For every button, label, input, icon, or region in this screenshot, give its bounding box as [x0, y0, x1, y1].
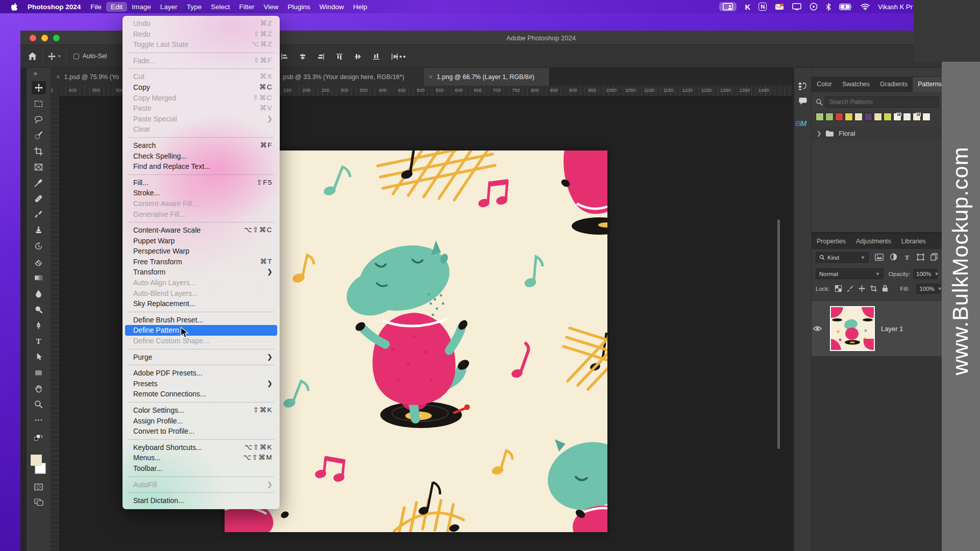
- menu-item-define-pattern[interactable]: Define Pattern...: [125, 325, 277, 336]
- comment-panel-icon[interactable]: [798, 97, 807, 107]
- apple-menu-icon[interactable]: [11, 3, 18, 11]
- menubar-menu-layer[interactable]: Layer: [156, 2, 182, 12]
- align-horizontal-centers-icon[interactable]: [299, 53, 306, 60]
- lasso-tool-icon[interactable]: [32, 113, 46, 126]
- fill-dropdown[interactable]: 100% ▼: [916, 284, 941, 294]
- panel-tab-properties[interactable]: Properties: [812, 234, 851, 249]
- align-left-edges-icon[interactable]: [281, 53, 288, 60]
- menu-item-find-and-replace-text[interactable]: Find and Replace Text...: [122, 161, 280, 172]
- move-tool-icon[interactable]: [32, 81, 46, 94]
- menu-item-convert-to-profile[interactable]: Convert to Profile...: [122, 426, 280, 437]
- pattern-swatch-5[interactable]: [854, 113, 863, 121]
- layer-filter-kind-dropdown[interactable]: Kind ▼: [816, 252, 869, 263]
- type-tool-icon[interactable]: T: [32, 334, 46, 347]
- spot-healing-brush-tool-icon[interactable]: [32, 192, 46, 205]
- menubar-menu-help[interactable]: Help: [349, 2, 372, 12]
- pattern-folder-row[interactable]: ❯ Floral: [812, 127, 942, 140]
- menu-item-free-transform[interactable]: Free Transform⌘T: [122, 257, 280, 267]
- menubar-menu-image[interactable]: Image: [127, 2, 156, 12]
- pixel-layer-filter-icon[interactable]: [875, 254, 884, 262]
- menu-item-puppet-warp[interactable]: Puppet Warp: [122, 236, 280, 246]
- menubar-menu-window[interactable]: Window: [315, 2, 349, 12]
- menu-item-assign-profile[interactable]: Assign Profile...: [122, 416, 280, 427]
- auto-select-checkbox[interactable]: [74, 54, 79, 59]
- pattern-swatch-11[interactable]: 16: [913, 113, 921, 121]
- rectangular-marquee-tool-icon[interactable]: [32, 97, 46, 110]
- document-tab-3[interactable]: ×1.png @ 66.7% (Layer 1, RGB/8#): [424, 68, 550, 86]
- pattern-swatch-2[interactable]: [825, 113, 834, 121]
- menu-item-check-spelling[interactable]: Check Spelling...: [122, 151, 280, 162]
- type-layer-filter-icon[interactable]: T: [903, 254, 911, 262]
- pen-tool-icon[interactable]: [32, 318, 46, 332]
- toolbox-collapse-icon[interactable]: »: [34, 70, 38, 77]
- menu-item-adobe-pdf-presets[interactable]: Adobe PDF Presets...: [122, 368, 280, 379]
- canvas-vertical-scrollbar[interactable]: [777, 219, 780, 449]
- chevron-down-icon[interactable]: ▾: [58, 54, 61, 59]
- options-more-icon[interactable]: •••: [396, 45, 407, 68]
- frame-tool-icon[interactable]: [32, 160, 46, 173]
- minimize-window-button[interactable]: [41, 35, 48, 41]
- smart-object-filter-icon[interactable]: [930, 253, 938, 262]
- menu-item-stroke[interactable]: Stroke...: [122, 188, 280, 198]
- lock-artboard-icon[interactable]: [870, 285, 877, 293]
- blur-tool-icon[interactable]: [32, 287, 46, 300]
- pattern-swatch-3[interactable]: [835, 113, 843, 121]
- menu-item-purge[interactable]: Purge❯: [122, 352, 280, 363]
- path-selection-tool-icon[interactable]: [32, 350, 46, 363]
- layer-visibility-eye-icon[interactable]: [812, 325, 823, 332]
- edit-toolbar-ellipsis-icon[interactable]: [32, 413, 46, 427]
- menubar-menu-type[interactable]: Type: [182, 2, 206, 12]
- home-icon[interactable]: [28, 52, 37, 61]
- quick-selection-tool-icon[interactable]: [32, 129, 46, 142]
- lock-position-icon[interactable]: [859, 285, 865, 293]
- menu-item-define-brush-preset[interactable]: Define Brush Preset...: [122, 315, 280, 325]
- menu-item-presets[interactable]: Presets❯: [122, 379, 280, 389]
- pattern-swatch-10[interactable]: [903, 113, 911, 121]
- menu-item-keyboard-shortcuts[interactable]: Keyboard Shortcuts...⌥⇧⌘K: [122, 442, 280, 453]
- shape-layer-filter-icon[interactable]: [917, 254, 924, 262]
- menu-item-toolbar[interactable]: Toolbar...: [122, 463, 280, 474]
- close-tab-icon[interactable]: ×: [429, 73, 433, 81]
- menubar-menu-file[interactable]: File: [86, 2, 106, 12]
- pattern-swatch-12[interactable]: [922, 113, 930, 121]
- close-tab-icon[interactable]: ×: [56, 73, 60, 81]
- eraser-tool-icon[interactable]: [32, 255, 46, 268]
- battery-icon[interactable]: [839, 4, 852, 10]
- lock-transparent-icon[interactable]: [835, 285, 842, 293]
- eyedropper-tool-icon[interactable]: [32, 176, 46, 189]
- document-tab-2[interactable]: .psb @ 33.3% (Your design here, RGB/16*): [277, 68, 424, 86]
- menu-item-perspective-warp[interactable]: Perspective Warp: [122, 246, 280, 257]
- pattern-swatch-6[interactable]: [864, 113, 872, 121]
- menu-item-fill[interactable]: Fill...⇧F5: [122, 178, 280, 188]
- close-window-button[interactable]: [30, 35, 36, 41]
- adjustment-layer-filter-icon[interactable]: [890, 253, 897, 262]
- lock-pixels-icon[interactable]: [847, 285, 853, 293]
- menu-item-menus[interactable]: Menus...⌥⇧⌘M: [122, 453, 280, 463]
- panel-tab-libraries[interactable]: Libraries: [896, 234, 931, 249]
- dodge-tool-icon[interactable]: [32, 303, 46, 316]
- menu-item-color-settings[interactable]: Color Settings...⇧⌘K: [122, 405, 280, 416]
- media-play-icon[interactable]: [810, 3, 818, 11]
- align-top-edges-icon[interactable]: [336, 53, 343, 60]
- gradient-tool-icon[interactable]: [32, 271, 46, 284]
- clone-stamp-tool-icon[interactable]: [32, 223, 46, 237]
- chevron-right-icon[interactable]: ❯: [817, 130, 821, 137]
- align-vertical-centers-icon[interactable]: [354, 53, 361, 60]
- lock-all-icon[interactable]: [882, 285, 888, 293]
- zoom-tool-icon[interactable]: [32, 397, 46, 411]
- menu-item-sky-replacement[interactable]: Sky Replacement...: [122, 298, 280, 309]
- align-bottom-edges-icon[interactable]: [373, 53, 380, 60]
- pattern-swatch-8[interactable]: [884, 113, 892, 121]
- menubar-menu-filter[interactable]: Filter: [234, 2, 259, 12]
- pattern-swatch-1[interactable]: [816, 113, 824, 121]
- notion-icon[interactable]: N: [758, 3, 767, 11]
- brush-tool-icon[interactable]: [32, 208, 46, 221]
- pattern-swatch-4[interactable]: [845, 113, 853, 121]
- menu-item-copy[interactable]: Copy⌘C: [122, 82, 280, 93]
- display-icon[interactable]: [792, 3, 801, 10]
- pattern-swatch-9[interactable]: 16: [893, 113, 901, 121]
- bluetooth-icon[interactable]: [826, 3, 831, 11]
- layer-row[interactable]: Layer 1: [812, 301, 942, 356]
- menubar-menu-select[interactable]: Select: [206, 2, 235, 12]
- menu-item-start-dictation[interactable]: Start Dictation...: [122, 495, 280, 506]
